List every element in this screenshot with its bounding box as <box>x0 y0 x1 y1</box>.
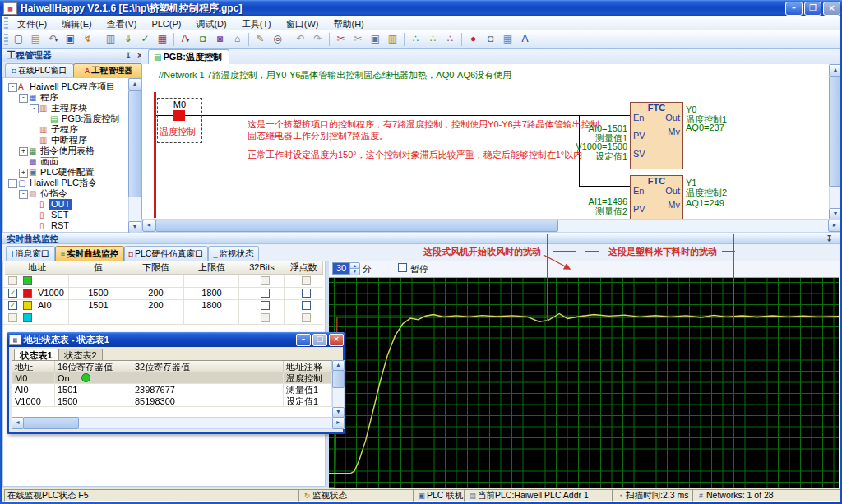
minimize-button[interactable]: – <box>785 2 803 16</box>
close-button[interactable]: × <box>823 2 840 16</box>
save-icon[interactable]: ▣ <box>62 31 78 47</box>
float-maximize-button[interactable]: □ <box>312 334 327 346</box>
contact-selection-box[interactable]: M0 温度控制 <box>157 98 202 143</box>
menu-item-t[interactable]: 工具(T) <box>234 16 279 30</box>
tree-item-PGB温度控制[interactable]: ▤PGB:温度控制 <box>5 113 128 124</box>
float-vscroll-thumb[interactable] <box>332 370 345 388</box>
plc-device-icon[interactable]: ◘ <box>483 31 498 47</box>
cut-icon[interactable]: ✂ <box>333 31 349 47</box>
copy-icon[interactable]: ▣ <box>368 31 383 47</box>
tree-scroll-up-icon[interactable]: ▲ <box>128 78 141 90</box>
tree-item-OUT[interactable]: ▯OUT <box>5 199 128 210</box>
collapse-icon[interactable]: - <box>8 179 17 188</box>
pin-icon[interactable]: ↧ <box>826 233 833 244</box>
expand-icon[interactable]: + <box>19 147 28 156</box>
curve-color-swatch[interactable] <box>23 313 32 322</box>
delete-network-icon[interactable]: ∴ <box>442 31 458 47</box>
tab-message-window[interactable]: i消息窗口 <box>6 246 55 261</box>
collapse-icon[interactable]: - <box>30 104 39 113</box>
menu-item-v[interactable]: 查看(V) <box>99 16 145 30</box>
append-network-icon[interactable]: ∴ <box>425 31 441 47</box>
tree-item-程序[interactable]: -▦程序 <box>5 92 128 103</box>
tree-item-画面[interactable]: ▩画面 <box>5 156 128 167</box>
row-enable-checkbox[interactable] <box>8 313 17 322</box>
simulator-window-icon[interactable]: ⌂ <box>229 31 245 47</box>
editor-scroll-left-icon[interactable]: ◄ <box>142 220 155 232</box>
tree-item-SET[interactable]: ▯SET <box>5 210 128 220</box>
address-table-icon[interactable]: ▦ <box>500 31 516 47</box>
ladder-editor-canvas[interactable]: //Network 1 7路温度控制，用Y0-Y6晶体管输出控制固态继电器加热，… <box>141 64 830 219</box>
find-icon[interactable]: ◎ <box>270 31 285 47</box>
tree-item-主程序块[interactable]: -▥主程序块 <box>5 103 128 113</box>
stop-plc-icon[interactable]: ● <box>465 31 481 47</box>
tree-item-中断程序[interactable]: ▥中断程序 <box>5 135 128 146</box>
open-file-icon[interactable]: ▤ <box>28 31 44 47</box>
edit-network-icon[interactable]: ✎ <box>252 31 268 47</box>
tree-scroll-down-icon[interactable]: ▼ <box>128 221 141 234</box>
float-minimize-button[interactable]: – <box>296 334 311 346</box>
tab-pgb-editor[interactable]: ▤PGB:温度控制 <box>148 49 229 65</box>
editor-hscroll-thumb[interactable] <box>155 220 558 232</box>
tree-item-HaiwellPLC程序项目[interactable]: -AHaiwell PLC程序项目 <box>5 81 128 92</box>
program-doc-icon[interactable]: ▥ <box>103 31 118 47</box>
undo-icon[interactable]: ↶ <box>293 31 308 47</box>
float-scroll-left-icon[interactable]: ◄ <box>12 417 24 429</box>
contact-symbol[interactable] <box>173 110 185 121</box>
bits32-checkbox[interactable] <box>261 289 270 298</box>
address-status-window[interactable]: ▦ 地址状态表 - 状态表1 – □ × 状态表1 状态表2 地址16位寄存器值… <box>7 332 345 434</box>
float-close-button[interactable]: × <box>329 334 344 346</box>
collapse-icon[interactable]: - <box>8 83 17 92</box>
address-status-titlebar[interactable]: ▦ 地址状态表 - 状态表1 – □ × <box>7 332 345 347</box>
plc-link-icon[interactable]: ◘ <box>195 31 210 47</box>
tree-item-位指令[interactable]: -▧位指令 <box>5 188 128 199</box>
tree-item-RST[interactable]: ▯RST <box>5 220 128 231</box>
tree-item-PLC硬件配置[interactable]: +▣PLC硬件配置 <box>5 167 128 178</box>
font-icon[interactable]: A <box>517 31 533 47</box>
curve-color-swatch[interactable] <box>23 276 32 285</box>
new-file-icon[interactable]: ▢ <box>11 31 26 47</box>
expand-icon[interactable]: + <box>19 169 28 178</box>
insert-network-icon[interactable]: ∴ <box>408 31 423 47</box>
ftc-block-2[interactable]: FTC En Out PV Mv <box>630 175 683 219</box>
tree-item-子程序[interactable]: ▥子程序 <box>5 124 128 135</box>
float-checkbox[interactable] <box>302 313 311 322</box>
tab-status-table-2[interactable]: 状态表2 <box>58 349 103 361</box>
ftc-block-1[interactable]: FTC En Out PV SV Mv <box>630 102 683 169</box>
row-enable-checkbox[interactable]: ✓ <box>8 289 17 298</box>
tab-plc-simulator[interactable]: ◘PLC硬件仿真窗口 <box>124 246 208 261</box>
float-scroll-right-icon[interactable]: ► <box>332 417 345 429</box>
row-enable-checkbox[interactable]: ✓ <box>8 301 17 310</box>
tab-project-manager[interactable]: A工程管理器 <box>73 63 144 77</box>
restore-button[interactable]: ❐ <box>804 2 821 16</box>
curve-color-swatch[interactable] <box>23 289 32 298</box>
pin-icon[interactable]: ↧ <box>123 51 134 60</box>
tree-item-HaiwellPLC指令[interactable]: -▢Haiwell PLC指令 <box>5 178 128 188</box>
menu-item-f[interactable]: 文件(F) <box>10 16 54 30</box>
compile-icon[interactable]: ↯ <box>80 31 95 47</box>
tab-online-plc-window[interactable]: ◘在线PLC窗口 <box>5 63 74 77</box>
realtime-trend-chart[interactable] <box>329 277 839 488</box>
menu-item-w[interactable]: 窗口(W) <box>279 16 326 30</box>
tree-item-指令使用表格[interactable]: +▦指令使用表格 <box>5 146 128 156</box>
menu-item-d[interactable]: 调试(D) <box>188 16 234 30</box>
tree-scroll-thumb[interactable] <box>128 90 141 197</box>
row-enable-checkbox[interactable] <box>8 276 17 285</box>
bits32-checkbox[interactable] <box>261 276 270 285</box>
tab-curve-monitor[interactable]: ≈实时曲线监控 <box>55 246 124 261</box>
collapse-icon[interactable]: - <box>19 190 28 199</box>
redo-icon[interactable]: ↷ <box>310 31 326 47</box>
hardware-config-icon[interactable]: ◙ <box>212 31 228 47</box>
paste-icon[interactable]: ▥ <box>385 31 400 47</box>
float-hscroll-thumb[interactable] <box>23 417 79 429</box>
tab-monitor-status[interactable]: _监视状态 <box>208 246 259 261</box>
tab-status-table-1[interactable]: 状态表1 <box>14 349 58 361</box>
bits32-checkbox[interactable] <box>261 313 270 322</box>
menu-item-e[interactable]: 编辑(E) <box>54 16 99 30</box>
cut-rows-icon[interactable]: ✂ <box>350 31 366 47</box>
collapse-icon[interactable]: - <box>19 94 28 103</box>
download-to-plc-icon[interactable]: ⇓ <box>120 31 136 47</box>
menu-item-h[interactable]: 帮助(H) <box>326 16 372 30</box>
curve-color-swatch[interactable] <box>23 301 32 310</box>
float-checkbox[interactable] <box>302 301 311 310</box>
verify-program-icon[interactable]: ✓ <box>137 31 153 47</box>
